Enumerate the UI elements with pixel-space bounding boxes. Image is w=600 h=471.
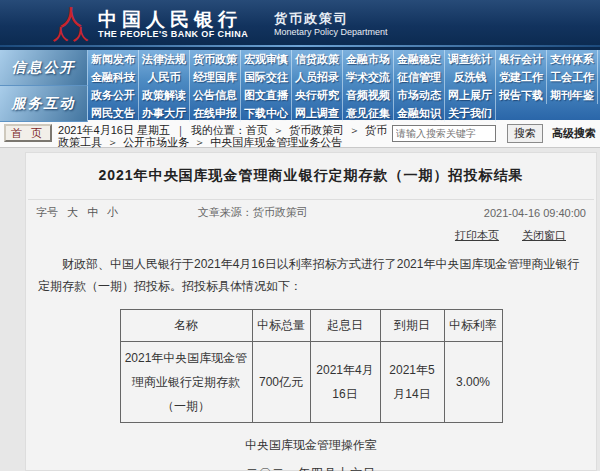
nav-item[interactable]: 货币政策: [190, 50, 241, 68]
nav-item[interactable]: 工会工作: [547, 68, 598, 86]
font-size-medium-button[interactable]: 中: [87, 206, 98, 218]
breadcrumb-bar: 首 页 2021年4月16日 星期五 ｜ 我的位置：首页 ＞ 货币政策司 ＞ 货…: [0, 120, 600, 148]
article-source: 文章来源：货币政策司: [198, 205, 424, 220]
nav-item[interactable]: 政策解读: [139, 86, 190, 104]
page: { "colors": { "header_navy": "#12335e", …: [0, 0, 600, 471]
article-actions: 打印本页 关闭窗口: [26, 222, 596, 243]
nav-item[interactable]: 报告下载: [496, 86, 547, 104]
nav-item[interactable]: 金融科技: [88, 68, 139, 86]
breadcrumb-divider: ｜: [175, 124, 186, 136]
nav-item[interactable]: 征信管理: [394, 68, 445, 86]
nav-item[interactable]: 关于我们: [445, 104, 496, 122]
col-header-name: 名称: [120, 310, 252, 342]
nav-item[interactable]: 期刊年鉴: [547, 86, 598, 104]
font-size-large-button[interactable]: 大: [67, 206, 78, 218]
nav-item[interactable]: 网上调查: [292, 104, 343, 122]
nav-item[interactable]: 图文直播: [241, 86, 292, 104]
nav-item[interactable]: 人民币: [139, 68, 190, 86]
signature-date: 二〇二一年四月十六日: [26, 465, 596, 471]
nav-item[interactable]: 支付体系: [547, 50, 598, 68]
nav-item[interactable]: 党建工作: [496, 68, 547, 86]
font-size-small-button[interactable]: 小: [107, 206, 118, 218]
nav-item[interactable]: 人员招录: [292, 68, 343, 86]
print-page-link[interactable]: 打印本页: [455, 229, 499, 241]
nav-item[interactable]: 金融稳定: [394, 50, 445, 68]
breadcrumb-link-dept[interactable]: 货币政策司: [289, 124, 344, 136]
home-button[interactable]: 首 页: [4, 124, 52, 142]
breadcrumb-separator: ＞: [349, 124, 360, 136]
department-name-cn: 货币政策司: [274, 11, 388, 27]
nav-item[interactable]: 经理国库: [190, 68, 241, 86]
svg-text:人: 人: [72, 25, 89, 43]
nav-item[interactable]: 信贷政策: [292, 50, 343, 68]
main-nav: 信息公开 新闻发布 法律法规 货币政策 宏观审慎 信贷政策 金融市场 金融稳定 …: [0, 47, 600, 120]
bank-name-en: THE PEOPLE'S BANK OF CHINA: [98, 29, 248, 39]
nav-item[interactable]: 法律法规: [139, 50, 190, 68]
breadcrumb-link-treasury-notice[interactable]: 中央国库现金管理业务公告: [210, 136, 342, 148]
nav-item[interactable]: 学术交流: [343, 68, 394, 86]
location-label: 我的位置：首页: [191, 124, 268, 136]
close-window-link[interactable]: 关闭窗口: [522, 229, 566, 241]
nav-section-service: 服务互动 政务公开 政策解读 公告信息 图文直播 央行研究 音频视频 市场动态 …: [0, 86, 600, 122]
nav-section-info: 信息公开 新闻发布 法律法规 货币政策 宏观审慎 信贷政策 金融市场 金融稳定 …: [0, 50, 600, 86]
signature: 中央国库现金管理操作室: [26, 437, 596, 454]
article-paragraph: 财政部、中国人民银行于2021年4月16日以利率招标方式进行了2021年中央国库…: [38, 253, 584, 297]
department-name-en: Monetary Policy Department: [274, 27, 388, 37]
search-button[interactable]: 搜索: [507, 124, 543, 143]
breadcrumb-separator: ＞: [107, 136, 118, 148]
cell-maturity-date: 2021年5月14日: [380, 342, 444, 423]
breadcrumb: 2021年4月16日 星期五 ｜ 我的位置：首页 ＞ 货币政策司 ＞ 货币政策工…: [52, 123, 392, 148]
bank-name: 中国人民银行 THE PEOPLE'S BANK OF CHINA: [98, 9, 248, 39]
font-size-label: 字号: [36, 206, 58, 218]
nav-item[interactable]: 反洗钱: [445, 68, 496, 86]
cell-amount: 700亿元: [252, 342, 310, 423]
cell-rate: 3.00%: [444, 342, 502, 423]
article-meta: 字号 大 中 小 文章来源：货币政策司 2021-04-16 09:40:00: [26, 200, 596, 222]
page-title: 2021年中央国库现金管理商业银行定期存款（一期）招投标结果: [26, 167, 596, 185]
article-panel: 2021年中央国库现金管理商业银行定期存款（一期）招投标结果 字号 大 中 小 …: [25, 152, 597, 471]
nav-label-info-disclosure[interactable]: 信息公开: [0, 50, 88, 86]
nav-item[interactable]: 办事大厅: [139, 104, 190, 122]
site-header: 人 人 人 中国人民银行 THE PEOPLE'S BANK OF CHINA …: [0, 0, 600, 47]
nav-item[interactable]: 在线申报: [190, 104, 241, 122]
cell-start-date: 2021年4月16日: [310, 342, 380, 423]
nav-item[interactable]: 政务公开: [88, 86, 139, 104]
nav-item[interactable]: 调查统计: [445, 50, 496, 68]
bid-result-table: 名称 中标总量 起息日 到期日 中标利率 2021年中央国库现金管理商业银行定期…: [120, 309, 503, 423]
nav-item[interactable]: 下载中心: [241, 104, 292, 122]
bank-name-cn: 中国人民银行: [98, 9, 248, 29]
breadcrumb-separator: ＞: [273, 124, 284, 136]
nav-item[interactable]: 音频视频: [343, 86, 394, 104]
pboc-logo-icon: 人 人 人: [52, 5, 90, 43]
col-header-maturity-date: 到期日: [380, 310, 444, 342]
search-input[interactable]: [392, 125, 496, 142]
nav-item[interactable]: 银行会计: [496, 50, 547, 68]
breadcrumb-link-open-market[interactable]: 公开市场业务: [123, 136, 189, 148]
search-zone: 搜索 高级搜索: [392, 124, 596, 143]
table-row: 2021年中央国库现金管理商业银行定期存款（一期） 700亿元 2021年4月1…: [120, 342, 502, 423]
nav-item[interactable]: 意见征集: [343, 104, 394, 122]
nav-item[interactable]: 网民文告: [88, 104, 139, 122]
nav-item[interactable]: 市场动态: [394, 86, 445, 104]
nav-label-service-interaction[interactable]: 服务互动: [0, 86, 88, 122]
nav-item[interactable]: 宏观审慎: [241, 50, 292, 68]
breadcrumb-separator: ＞: [194, 136, 205, 148]
svg-text:人: 人: [52, 25, 69, 43]
col-header-rate: 中标利率: [444, 310, 502, 342]
table-header-row: 名称 中标总量 起息日 到期日 中标利率: [120, 310, 502, 342]
current-date: 2021年4月16日 星期五: [58, 124, 170, 136]
col-header-start-date: 起息日: [310, 310, 380, 342]
col-header-amount: 中标总量: [252, 310, 310, 342]
cell-name: 2021年中央国库现金管理商业银行定期存款（一期）: [120, 342, 252, 423]
department-name: 货币政策司 Monetary Policy Department: [262, 11, 388, 37]
nav-item[interactable]: 国际交往: [241, 68, 292, 86]
article-datetime: 2021-04-16 09:40:00: [424, 207, 586, 219]
nav-item[interactable]: 金融知识: [394, 104, 445, 122]
nav-item[interactable]: 公告信息: [190, 86, 241, 104]
nav-item[interactable]: 新闻发布: [88, 50, 139, 68]
nav-item[interactable]: 金融市场: [343, 50, 394, 68]
nav-item[interactable]: 央行研究: [292, 86, 343, 104]
advanced-search-link[interactable]: 高级搜索: [552, 127, 596, 139]
nav-item[interactable]: 网上展厅: [445, 86, 496, 104]
